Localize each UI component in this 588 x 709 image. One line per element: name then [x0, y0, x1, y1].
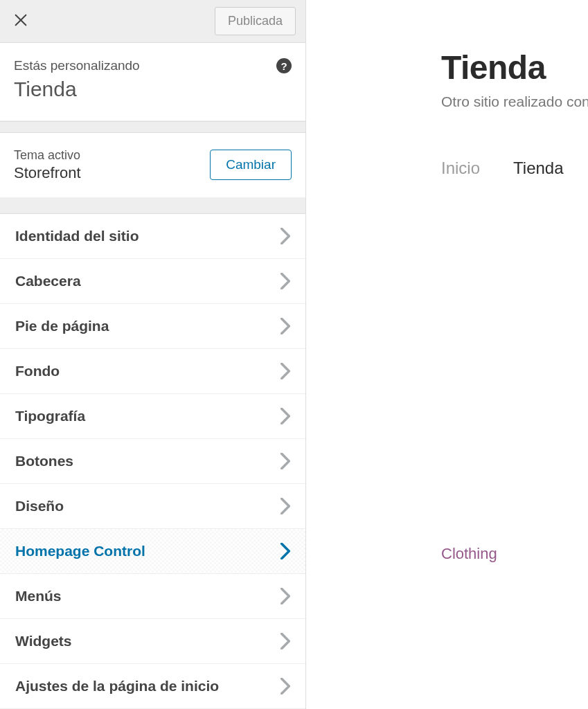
site-preview-pane: Tienda Otro sitio realizado con W Inicio… — [306, 0, 588, 709]
customizer-section-label: Pie de página — [15, 318, 109, 334]
separator — [0, 198, 305, 214]
customizer-section-item[interactable]: Fondo — [0, 349, 305, 394]
customizer-topbar: Publicada — [0, 0, 305, 43]
customizing-site-name: Tienda — [14, 78, 292, 101]
chevron-right-icon — [280, 543, 290, 559]
customizer-section-item[interactable]: Menús — [0, 574, 305, 619]
customizer-section-label: Botones — [15, 453, 73, 469]
customizer-section-label: Ajustes de la página de inicio — [15, 678, 219, 694]
chevron-right-icon — [280, 273, 290, 289]
site-tagline: Otro sitio realizado con W — [441, 93, 588, 110]
nav-link[interactable]: Inicio — [441, 159, 480, 178]
publish-status-button[interactable]: Publicada — [215, 7, 296, 35]
chevron-right-icon — [280, 633, 290, 649]
primary-navigation: InicioTienda — [441, 159, 588, 178]
customizer-section-label: Tipografía — [15, 408, 85, 424]
active-theme-name: Storefront — [14, 164, 81, 182]
customizer-section-label: Diseño — [15, 498, 64, 514]
close-icon — [13, 10, 28, 33]
customizer-sidebar: Publicada Estás personalizando Tienda ? … — [0, 0, 306, 709]
customizer-sections-list: Identidad del sitioCabeceraPie de página… — [0, 214, 305, 709]
active-theme-section: Tema activo Storefront Cambiar — [0, 133, 305, 198]
customizer-section-item[interactable]: Identidad del sitio — [0, 214, 305, 259]
customizer-section-item[interactable]: Cabecera — [0, 259, 305, 304]
chevron-right-icon — [280, 228, 290, 244]
chevron-right-icon — [280, 453, 290, 469]
chevron-right-icon — [280, 408, 290, 424]
customizer-section-label: Widgets — [15, 633, 71, 649]
chevron-right-icon — [280, 318, 290, 334]
separator — [0, 121, 305, 132]
change-theme-button[interactable]: Cambiar — [210, 150, 292, 180]
chevron-right-icon — [280, 678, 290, 694]
customizer-section-item[interactable]: Botones — [0, 439, 305, 484]
customizing-header: Estás personalizando Tienda ? — [0, 43, 305, 121]
customizer-section-label: Identidad del sitio — [15, 228, 139, 244]
chevron-right-icon — [280, 498, 290, 514]
customizer-section-item[interactable]: Pie de página — [0, 304, 305, 349]
customizer-section-item[interactable]: Ajustes de la página de inicio — [0, 664, 305, 709]
customizer-section-label: Cabecera — [15, 273, 81, 289]
product-category-link[interactable]: Clothing — [441, 545, 588, 563]
site-title[interactable]: Tienda — [441, 48, 588, 87]
customizer-section-item[interactable]: Diseño — [0, 484, 305, 529]
customizer-section-item[interactable]: Tipografía — [0, 394, 305, 439]
close-button[interactable] — [0, 1, 42, 42]
chevron-right-icon — [280, 363, 290, 379]
customizing-label: Estás personalizando — [14, 58, 292, 73]
customizer-section-item[interactable]: Widgets — [0, 619, 305, 664]
active-theme-label: Tema activo — [14, 148, 81, 163]
chevron-right-icon — [280, 588, 290, 604]
nav-link[interactable]: Tienda — [513, 159, 564, 178]
customizer-section-label: Menús — [15, 588, 62, 604]
customizer-section-label: Fondo — [15, 363, 60, 379]
customizer-section-label: Homepage Control — [15, 543, 145, 559]
customizer-section-item[interactable]: Homepage Control — [0, 529, 305, 574]
